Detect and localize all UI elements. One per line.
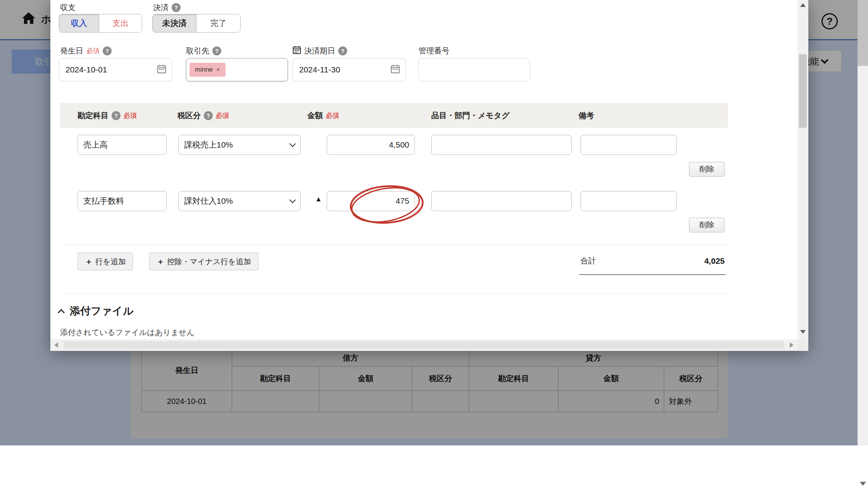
scroll-up-icon[interactable] (800, 3, 806, 7)
scroll-down-icon[interactable] (860, 482, 866, 486)
note-input-row1[interactable] (580, 135, 677, 155)
due-date-field (293, 58, 406, 81)
income-expense-label: 収支 (60, 2, 76, 13)
unsettled-option[interactable]: 未決済 (153, 14, 196, 32)
note-input-row2[interactable] (580, 191, 677, 211)
transaction-edit-modal: 収支 収入 支出 決済 ? 未決済 完了 発生日 必須 ? 取引先 ? 決済期 (50, 0, 808, 351)
add-row-button[interactable]: ＋ 行を追加 (78, 253, 133, 270)
plus-icon: ＋ (157, 256, 164, 267)
modal-hscroll-thumb[interactable] (64, 341, 784, 349)
scrollbar-corner (797, 339, 808, 351)
tags-input-row2[interactable] (431, 191, 572, 211)
partner-tag-label: minne (195, 66, 213, 74)
amount-input-row2[interactable] (327, 191, 415, 211)
account-input-row1[interactable] (78, 135, 167, 155)
total-underline (579, 274, 726, 275)
screen: ホーム ? 取引 機能 発生日 借方 貸方 (0, 0, 868, 488)
scroll-left-icon[interactable] (54, 342, 58, 348)
divider (60, 293, 728, 294)
calendar-icon (293, 46, 301, 56)
adjustment-marker-icon: ▲ (315, 195, 322, 203)
page-scrollbar-thumb[interactable] (858, 0, 868, 66)
total-label: 合計 (580, 256, 596, 266)
partner-tag: minne × (189, 63, 226, 77)
occurrence-date-label: 発生日 必須 ? (60, 46, 112, 56)
occurrence-date-field (59, 58, 172, 81)
attachments-empty-text: 添付されているファイルはありません (60, 327, 195, 338)
help-icon[interactable]: ? (112, 111, 121, 120)
modal-vscroll-thumb[interactable] (799, 54, 807, 128)
scroll-right-icon[interactable] (790, 342, 794, 348)
tax-selected-value: 課対仕入10% (184, 196, 233, 206)
account-input-row2[interactable] (78, 191, 167, 211)
amount-input-row1[interactable] (327, 135, 415, 155)
add-deduction-row-button[interactable]: ＋ 控除・マイナス行を追加 (149, 253, 258, 270)
due-date-input[interactable] (293, 58, 391, 81)
modal-horizontal-scrollbar[interactable] (50, 339, 797, 351)
delete-row1-button[interactable]: 削除 (689, 162, 725, 177)
tax-selected-value: 課税売上10% (184, 139, 233, 150)
income-option[interactable]: 収入 (59, 14, 99, 32)
expense-option[interactable]: 支出 (99, 14, 142, 32)
header-tax: 税区分 ? 必須 (177, 103, 229, 128)
divider (60, 245, 728, 245)
required-badge: 必須 (124, 111, 137, 120)
header-account: 勘定科目 ? 必須 (78, 103, 137, 128)
partner-label: 取引先 ? (186, 46, 221, 56)
management-number-label: 管理番号 (418, 46, 450, 56)
required-badge: 必須 (86, 46, 100, 55)
tax-category-select-row2[interactable]: 課対仕入10% (178, 191, 301, 211)
header-note: 備考 (579, 103, 594, 128)
help-icon[interactable]: ? (103, 46, 112, 55)
management-number-field (418, 58, 530, 81)
chevron-up-icon (58, 309, 65, 316)
header-amount: 金額 必須 (307, 103, 339, 128)
settled-option[interactable]: 完了 (196, 14, 240, 32)
page-scrollbar[interactable] (858, 0, 868, 445)
tags-input-row1[interactable] (431, 135, 572, 155)
partner-field[interactable]: minne × (186, 58, 288, 81)
help-icon[interactable]: ? (204, 111, 213, 120)
delete-row2-button[interactable]: 削除 (689, 218, 725, 232)
line-items-header: 勘定科目 ? 必須 税区分 ? 必須 金額 必須 品目・部門・メモタグ 備考 (60, 103, 728, 128)
settlement-toggle: 未決済 完了 (152, 14, 241, 33)
attachments-heading: 添付ファイル (70, 304, 134, 318)
income-expense-toggle: 収入 支出 (59, 14, 142, 33)
remove-tag-icon[interactable]: × (216, 66, 220, 73)
tax-category-select-row1[interactable]: 課税売上10% (178, 135, 301, 155)
required-badge: 必須 (216, 111, 229, 120)
calendar-icon[interactable] (157, 64, 166, 76)
header-tags: 品目・部門・メモタグ (431, 103, 510, 128)
modal-vertical-scrollbar[interactable] (797, 0, 808, 339)
attachments-section-header[interactable]: 添付ファイル (60, 304, 134, 318)
help-icon[interactable]: ? (212, 46, 221, 55)
total-value: 4,025 (704, 256, 725, 266)
total-row: 合計 4,025 (580, 256, 725, 266)
occurrence-date-input[interactable] (59, 58, 157, 81)
settlement-label: 決済 ? (153, 2, 181, 13)
required-badge: 必須 (326, 111, 339, 120)
scroll-down-icon[interactable] (800, 330, 806, 334)
calendar-icon[interactable] (391, 64, 400, 76)
plus-icon: ＋ (85, 256, 93, 267)
management-number-input[interactable] (419, 58, 530, 81)
help-icon[interactable]: ? (338, 46, 347, 55)
due-date-label: 決済期日 ? (293, 46, 347, 56)
chevron-down-icon (289, 141, 296, 147)
help-icon[interactable]: ? (172, 3, 181, 12)
chevron-down-icon (289, 197, 296, 203)
